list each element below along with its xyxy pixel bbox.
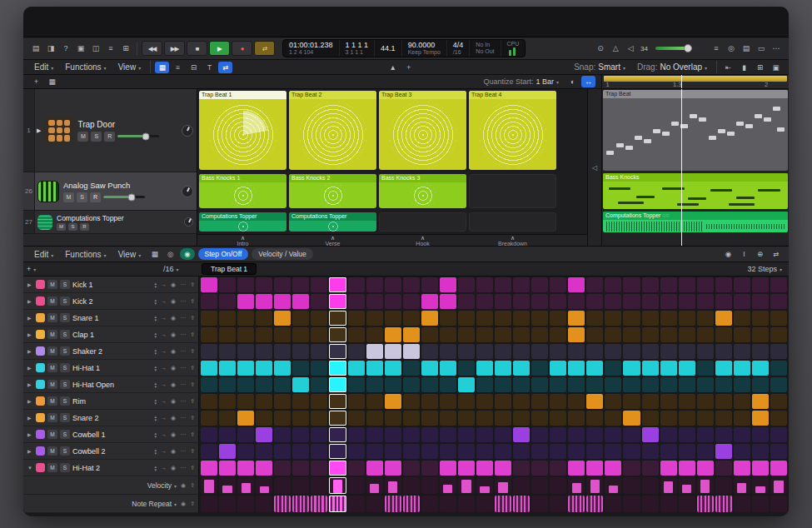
row-solo-button[interactable]: S [60,413,70,422]
contrast-icon[interactable]: ◐ [565,76,580,87]
step-cell[interactable] [274,277,291,292]
step-cell[interactable] [623,444,640,459]
step-cell[interactable] [495,294,511,309]
row-name[interactable]: Cowbell 2 [72,447,152,456]
note-repeat-cell[interactable] [605,496,621,512]
playhead-marker[interactable] [681,75,682,88]
step-cell[interactable] [292,294,309,309]
step-cell[interactable] [476,361,493,376]
step-cell[interactable] [440,311,456,326]
step-cell[interactable] [366,427,383,442]
row-name[interactable]: Shaker 2 [72,347,152,356]
step-cell[interactable] [292,461,309,476]
row-solo-button[interactable]: S [60,380,70,389]
step-cell[interactable] [237,461,254,476]
step-cell[interactable] [605,411,621,426]
step-cell[interactable] [403,427,420,442]
step-cell[interactable] [642,311,659,326]
step-cell[interactable] [550,461,566,476]
step-cell[interactable] [752,461,769,476]
disclosure-icon[interactable]: ▶ [27,365,33,371]
disclosure-icon[interactable]: ▶ [27,398,33,404]
row-header[interactable]: ▶MSSnare 1▴▾→◉⋯⇧ [23,310,199,326]
step-cell[interactable] [752,427,769,442]
step-cell[interactable] [237,444,254,459]
note-repeat-cell[interactable] [734,496,750,512]
disclosure-icon[interactable]: ▶ [27,381,33,387]
step-cell[interactable] [329,411,346,426]
step-cell[interactable] [752,361,769,376]
note-repeat-cell[interactable] [366,496,383,512]
rotate-icon[interactable]: → [161,398,167,404]
row-name[interactable]: Hi-Hat 2 [72,464,152,472]
row-stepper-icon[interactable]: ▴▾ [155,348,157,355]
row-name[interactable]: Rim [72,397,152,406]
step-cell[interactable] [642,277,659,292]
drag-menu[interactable]: Drag:No Overlap [631,62,713,72]
lcd-tempo-segment[interactable]: 90.0000 Keep Tempo [402,40,447,57]
step-cell[interactable] [403,361,420,376]
track-header[interactable]: 27Computations TopperMSR [23,211,197,234]
row-stepper-icon[interactable]: ▴▾ [155,281,157,288]
lcd-display[interactable]: 01:00:01.238 1 2 4 104 1 1 1 1 3 1 1 1 4… [282,39,526,57]
step-cell[interactable] [568,277,585,292]
step-cell[interactable] [660,377,677,392]
send-icon[interactable]: ⇧ [190,281,195,288]
window-titlebar[interactable] [23,7,789,37]
step-cell[interactable] [256,327,272,342]
step-cell[interactable] [256,444,272,459]
step-cell[interactable] [660,361,677,376]
step-cell[interactable] [219,327,236,342]
options-icon[interactable]: ⋯ [180,365,186,371]
velocity-cell[interactable] [201,477,217,494]
note-repeat-cell[interactable] [292,496,309,512]
step-cell[interactable] [568,427,585,442]
velocity-cell[interactable] [586,477,603,494]
empty-cell[interactable] [469,174,556,208]
step-cell[interactable] [476,377,493,392]
row-header[interactable]: ▶MSRim▴▾→◉⋯⇧ [23,393,199,410]
step-cell[interactable] [440,361,456,376]
metronome-icon[interactable]: ◁ [623,42,638,55]
step-cell[interactable] [531,377,548,392]
step-cell[interactable] [421,361,438,376]
step-cell[interactable] [385,427,401,442]
step-cell[interactable] [274,461,291,476]
row-header[interactable]: ▶MSHi-Hat Open▴▾→◉⋯⇧ [23,376,199,393]
step-cell[interactable] [403,461,420,476]
lock-icon[interactable]: ▣ [769,62,783,73]
step-cell[interactable] [256,427,272,442]
step-cell[interactable] [697,344,714,359]
step-cell[interactable] [348,344,365,359]
step-cell[interactable] [256,377,272,392]
step-cell[interactable] [715,294,732,309]
link-blue-icon[interactable]: ↔ [581,76,595,87]
step-cell[interactable] [348,427,365,442]
step-cell[interactable] [421,427,438,442]
step-cell[interactable] [219,277,236,292]
note-repeat-cell[interactable] [568,496,585,512]
options-icon[interactable]: ⋯ [180,315,186,321]
step-cell[interactable] [513,361,530,376]
arrange-region[interactable]: Computations Topper ◌◌ [603,212,788,232]
step-cell[interactable] [458,361,475,376]
record-button[interactable]: ● [232,41,252,56]
step-cell[interactable] [385,361,401,376]
step-cell[interactable] [385,311,401,326]
step-cell[interactable] [458,427,475,442]
note-repeat-cell[interactable] [623,496,640,512]
step-cell[interactable] [237,361,254,376]
note-repeat-cell[interactable] [476,496,493,512]
step-cell[interactable] [642,294,659,309]
step-cell[interactable] [623,311,640,326]
step-cell[interactable] [679,394,695,409]
step-cell[interactable] [201,394,217,409]
step-cell[interactable] [660,294,677,309]
step-cell[interactable] [770,411,787,426]
step-cell[interactable] [292,327,309,342]
step-cell[interactable] [329,327,346,342]
step-cell[interactable] [440,277,456,292]
cycle-region[interactable] [604,76,787,82]
step-cell[interactable] [770,444,787,459]
volume-slider-thumb[interactable] [128,193,136,201]
